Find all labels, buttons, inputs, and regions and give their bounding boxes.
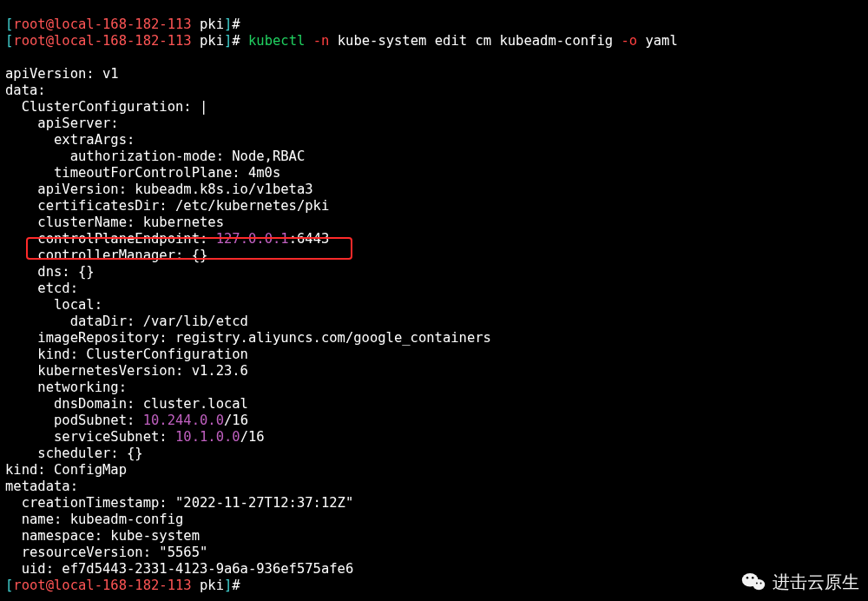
yaml-kind2: kind: ConfigMap xyxy=(5,462,127,478)
yaml-ts: creationTimestamp: "2022-11-27T12:37:12Z… xyxy=(5,495,353,511)
cmd-name: kubeadm-config xyxy=(499,33,613,49)
yaml-name: name: kubeadm-config xyxy=(5,512,183,527)
prompt-cwd: pki xyxy=(200,17,224,32)
prompt-close-3: ] xyxy=(224,578,232,593)
prompt-cwd-3: pki xyxy=(200,578,224,593)
prompt-user-host: root@local-168-182-113 xyxy=(13,17,191,32)
yaml-data: data: xyxy=(5,83,46,98)
yaml-podSubnet-ip: 10.244.0.0 xyxy=(143,413,224,428)
yaml-controllerManager: controllerManager: {} xyxy=(5,248,207,263)
yaml-authMode: authorization-mode: Node,RBAC xyxy=(5,149,305,164)
prompt-space3 xyxy=(192,578,200,593)
svg-point-4 xyxy=(756,583,758,584)
prompt-cwd-2: pki xyxy=(200,33,224,49)
svg-point-3 xyxy=(752,577,753,578)
prompt-hash: # xyxy=(232,17,240,32)
yaml-dns: dns: {} xyxy=(5,264,95,280)
cmd-kubectl: kubectl xyxy=(248,33,305,49)
yaml-timeout: timeoutForControlPlane: 4m0s xyxy=(5,165,280,181)
watermark: 进击云原生 xyxy=(741,571,859,592)
watermark-text: 进击云原生 xyxy=(773,574,859,591)
cmd-cm: cm xyxy=(475,33,491,49)
yaml-uid: uid: ef7d5443-2331-4123-9a6a-936ef575afe… xyxy=(5,561,353,577)
svg-point-1 xyxy=(753,579,765,590)
yaml-dataDir: dataDir: /var/lib/etcd xyxy=(5,314,248,329)
svg-point-5 xyxy=(760,583,762,584)
prompt-hash-2: # xyxy=(232,33,240,49)
yaml-cpe-port: :6443 xyxy=(289,231,330,247)
cmd-flag-n: -n xyxy=(313,33,330,49)
yaml-networking: networking: xyxy=(5,380,127,395)
yaml-kind: kind: ClusterConfiguration xyxy=(5,347,248,362)
wechat-icon xyxy=(741,571,766,592)
yaml-scheduler: scheduler: {} xyxy=(5,446,143,461)
cmd-yaml: yaml xyxy=(645,33,677,49)
yaml-podSubnet-suffix: /16 xyxy=(224,413,248,428)
yaml-imageRepo: imageRepository: registry.aliyuncs.com/g… xyxy=(5,330,491,346)
yaml-extraArgs: extraArgs: xyxy=(5,132,135,148)
svg-point-2 xyxy=(746,577,748,578)
cmd-flag-o: -o xyxy=(621,33,637,49)
prompt-hash-3: # xyxy=(232,578,240,593)
yaml-rv: resourceVersion: "5565" xyxy=(5,545,207,560)
yaml-kver: kubernetesVersion: v1.23.6 xyxy=(5,363,248,379)
prompt-open-3: [ xyxy=(5,578,13,593)
yaml-apiServer: apiServer: xyxy=(5,116,119,131)
cmd-ns: kube-system xyxy=(338,33,427,49)
yaml-certsDir: certificatesDir: /etc/kubernetes/pki xyxy=(5,198,329,214)
prompt-open: [ xyxy=(5,17,13,32)
yaml-cpe-ip: 127.0.0.1 xyxy=(216,231,289,247)
yaml-apiVersion2: apiVersion: kubeadm.k8s.io/v1beta3 xyxy=(5,182,313,197)
cmd-edit: edit xyxy=(435,33,467,49)
yaml-serviceSubnet-ip: 10.1.0.0 xyxy=(175,429,240,445)
prompt-close: ] xyxy=(224,17,232,32)
yaml-clusterName: clusterName: kubernetes xyxy=(5,215,224,230)
prompt-space2 xyxy=(192,33,200,49)
yaml-etcd: etcd: xyxy=(5,281,78,296)
prompt-user-host-2: root@local-168-182-113 xyxy=(13,33,191,49)
yaml-cc: ClusterConfiguration: | xyxy=(5,99,207,115)
yaml-apiVersion: apiVersion: v1 xyxy=(5,66,119,82)
yaml-namespace: namespace: kube-system xyxy=(5,528,200,544)
prompt-close-2: ] xyxy=(224,33,232,49)
terminal[interactable]: [root@local-168-182-113 pki]# [root@loca… xyxy=(0,0,868,601)
prompt-user-host-3: root@local-168-182-113 xyxy=(13,578,191,593)
yaml-serviceSubnet-prefix: serviceSubnet: xyxy=(5,429,175,445)
yaml-podSubnet-prefix: podSubnet: xyxy=(5,413,143,428)
yaml-serviceSubnet-suffix: /16 xyxy=(240,429,265,445)
prompt-space1 xyxy=(192,17,200,32)
yaml-cpe-prefix: controlPlaneEndpoint: xyxy=(5,231,216,247)
yaml-local: local: xyxy=(5,297,102,313)
yaml-dnsDomain: dnsDomain: cluster.local xyxy=(5,396,248,412)
prompt-open-2: [ xyxy=(5,33,13,49)
yaml-metadata: metadata: xyxy=(5,479,78,494)
